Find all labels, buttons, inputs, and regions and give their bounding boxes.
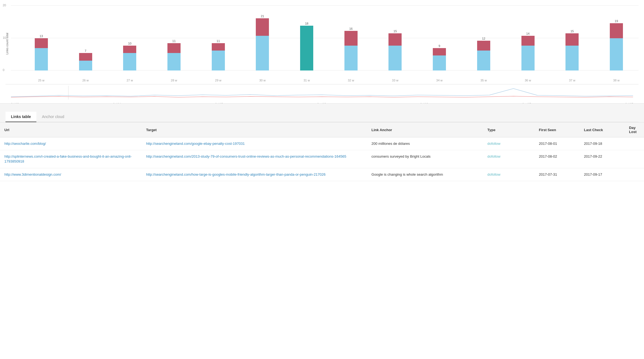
bar-bottom xyxy=(433,55,446,70)
x-label-38w: 38 w xyxy=(610,79,623,82)
bar-stack xyxy=(388,33,402,70)
x-label-37w: 37 w xyxy=(565,79,579,82)
bar-stack xyxy=(521,36,535,70)
bar-bottom xyxy=(79,61,92,70)
bar-group-29w: 11 xyxy=(212,39,225,70)
bar-stack xyxy=(344,31,358,70)
x-label-31w: 31 w xyxy=(300,79,313,82)
bar-top xyxy=(433,48,446,55)
cell-first-seen: 2017-08-02 xyxy=(535,150,580,168)
bar-stack xyxy=(79,53,92,70)
x-label-26w: 26 w xyxy=(79,79,92,82)
bar-stack xyxy=(256,18,269,70)
mini-chart-svg xyxy=(11,86,633,99)
cell-first-seen: 2017-08-01 xyxy=(535,137,580,150)
tab-links-table[interactable]: Links table xyxy=(5,112,36,122)
links-table: Url Target Link Anchor Type First Seen L… xyxy=(0,122,644,181)
cell-target[interactable]: http://searchengineland.com/google-ebay-… xyxy=(142,137,367,150)
bar-chart-container: Links count total 20 10 0 13710111121181… xyxy=(5,5,639,82)
bar-bottom xyxy=(212,51,225,70)
col-header-url: Url xyxy=(0,122,142,137)
bar-total-label: 7 xyxy=(85,49,86,52)
bar-stack xyxy=(300,26,313,70)
bar-group-33w: 15 xyxy=(388,30,402,70)
bar-group-34w: 9 xyxy=(433,44,446,70)
x-label-28w: 28 w xyxy=(167,79,181,82)
bar-bottom xyxy=(167,53,181,70)
bar-bottom xyxy=(344,46,358,70)
table-row: http://splinternews.com/i-created-a-fake… xyxy=(0,150,644,168)
table-body: http://seocharlie.com/blog/http://search… xyxy=(0,137,644,181)
bar-stack xyxy=(433,48,446,70)
bar-chart: 20 10 0 13710111121181615912141519 25 w2… xyxy=(11,5,639,82)
bar-top xyxy=(610,23,623,38)
chart-plot: 20 10 0 13710111121181615912141519 xyxy=(11,5,639,79)
bar-total-label: 10 xyxy=(128,42,131,45)
x-label-33w: 33 w xyxy=(388,79,402,82)
cell-first-seen: 2017-07-31 xyxy=(535,168,580,181)
bar-bottom xyxy=(256,36,269,70)
bar-top xyxy=(388,33,402,46)
cell-type: dofollow xyxy=(483,168,535,181)
tabs-section: Links table Anchor cloud xyxy=(0,104,644,122)
bar-top xyxy=(256,18,269,36)
cell-last-check: 2017-09-17 xyxy=(580,168,625,181)
bars-row: 13710111121181615912141519 xyxy=(19,5,639,70)
bar-total-label: 15 xyxy=(393,30,397,33)
col-header-first-seen: First Seen xyxy=(535,122,580,137)
bar-top xyxy=(123,46,136,53)
x-label-32w: 32 w xyxy=(344,79,358,82)
cell-target[interactable]: http://searchengineland.com/2013-study-7… xyxy=(142,150,367,168)
bar-top xyxy=(565,33,579,46)
cell-type: dofollow xyxy=(483,137,535,150)
bar-bottom xyxy=(521,46,535,70)
bar-group-35w: 12 xyxy=(477,37,490,70)
col-header-last-check: Last Check xyxy=(580,122,625,137)
bar-total-label: 11 xyxy=(172,39,176,43)
chart-section: Links count total 20 10 0 13710111121181… xyxy=(0,0,644,104)
bar-group-36w: 14 xyxy=(521,32,535,70)
col-header-type: Type xyxy=(483,122,535,137)
bar-bottom xyxy=(565,46,579,70)
bar-total-label: 15 xyxy=(570,30,574,33)
bar-stack xyxy=(35,38,48,70)
bar-group-37w: 15 xyxy=(565,30,579,70)
bar-total-label: 21 xyxy=(261,14,264,18)
bar-stack xyxy=(610,23,623,70)
table-section: Url Target Link Anchor Type First Seen L… xyxy=(0,122,644,187)
bar-group-38w: 19 xyxy=(610,19,623,70)
cell-target[interactable]: http://searchengineland.com/how-large-is… xyxy=(142,168,367,181)
cell-url[interactable]: http://seocharlie.com/blog/ xyxy=(0,137,142,150)
col-header-day-lost: Day Lost xyxy=(625,122,644,137)
bar-stack xyxy=(212,43,225,70)
x-label-25w: 25 w xyxy=(35,79,48,82)
bar-group-30w: 21 xyxy=(256,14,269,70)
cell-anchor: 200 milllones de dólares xyxy=(367,137,483,150)
mini-chart[interactable]: Jul '13 Jul '14 Jul '15 Jan '16 Jul '16 … xyxy=(5,84,639,103)
tabs: Links table Anchor cloud xyxy=(5,112,639,122)
tab-anchor-cloud[interactable]: Anchor cloud xyxy=(36,112,70,122)
bar-top xyxy=(477,41,490,51)
bar-stack xyxy=(167,43,181,70)
table-row: http://www.3dimentionaldesign.com/http:/… xyxy=(0,168,644,181)
cell-last-check: 2017-09-22 xyxy=(580,150,625,168)
bar-total-label: 18 xyxy=(305,22,308,25)
bar-top xyxy=(79,53,92,60)
col-header-anchor: Link Anchor xyxy=(367,122,483,137)
bar-top xyxy=(35,38,48,48)
bar-group-25w: 13 xyxy=(35,34,48,70)
cell-url[interactable]: http://splinternews.com/i-created-a-fake… xyxy=(0,150,142,168)
x-label-36w: 36 w xyxy=(521,79,535,82)
cell-anchor: consumers surveyed by Bright Locals xyxy=(367,150,483,168)
bar-bottom xyxy=(388,46,402,70)
bar-bottom xyxy=(123,53,136,70)
bar-total-label: 16 xyxy=(349,27,353,30)
cell-url[interactable]: http://www.3dimentionaldesign.com/ xyxy=(0,168,142,181)
bar-total-label: 11 xyxy=(217,39,220,43)
bar-top xyxy=(344,31,358,46)
x-label-30w: 30 w xyxy=(256,79,269,82)
cell-last-check: 2017-09-18 xyxy=(580,137,625,150)
x-axis-labels: 25 w26 w27 w28 w29 w30 w31 w32 w33 w34 w… xyxy=(11,79,639,82)
bar-stack xyxy=(123,46,136,70)
bar-stack xyxy=(565,33,579,70)
